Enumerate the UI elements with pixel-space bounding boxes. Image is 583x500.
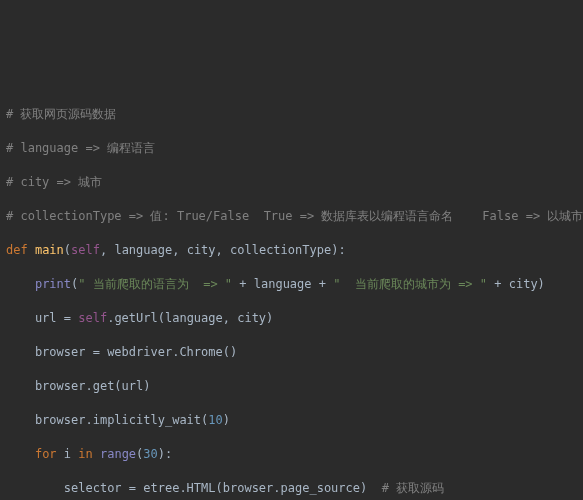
param: collectionType — [230, 243, 331, 257]
self: self — [78, 311, 107, 325]
comment: # collectionType => 值: True/False True =… — [6, 209, 583, 223]
code-block: # 获取网页源码数据 # language => 编程语言 # city => … — [0, 85, 583, 500]
builtin-print: print — [35, 277, 71, 291]
comment: # city => 城市 — [6, 175, 102, 189]
builtin-range: range — [100, 447, 136, 461]
code-text: browser = webdriver.Chrome() — [6, 345, 237, 359]
code-line: # 获取网页源码数据 — [6, 106, 577, 123]
code-text: url = — [6, 311, 78, 325]
code-line: # collectionType => 值: True/False True =… — [6, 208, 577, 225]
code-line: url = self.getUrl(language, city) — [6, 310, 577, 327]
comma: , — [100, 243, 114, 257]
indent — [6, 447, 35, 461]
comment: # language => 编程语言 — [6, 141, 155, 155]
comment: # 获取网页源码数据 — [6, 107, 116, 121]
comma: , — [172, 243, 186, 257]
comma: , — [216, 243, 230, 257]
paren: ( — [64, 243, 71, 257]
code-text: selector = etree.HTML(browser.page_sourc… — [6, 481, 382, 495]
keyword-in: in — [71, 447, 100, 461]
code-line: # language => 编程语言 — [6, 140, 577, 157]
code-text: .getUrl(language, city) — [107, 311, 273, 325]
code-line: for i in range(30): — [6, 446, 577, 463]
string: " 当前爬取的城市为 => " — [333, 277, 487, 291]
code-line: # city => 城市 — [6, 174, 577, 191]
number: 10 — [208, 413, 222, 427]
keyword-for: for — [35, 447, 64, 461]
keyword-def: def — [6, 243, 35, 257]
code-text: browser.implicitly_wait( — [6, 413, 208, 427]
func-name: main — [35, 243, 64, 257]
param: language — [114, 243, 172, 257]
code-text: browser.get(url) — [6, 379, 151, 393]
code-text: ): — [158, 447, 172, 461]
plus: + — [312, 277, 334, 291]
comment: # 获取源码 — [382, 481, 444, 495]
param: city — [187, 243, 216, 257]
var-i: i — [64, 447, 71, 461]
plus: + — [232, 277, 254, 291]
var: language — [254, 277, 312, 291]
code-line: browser = webdriver.Chrome() — [6, 344, 577, 361]
code-line: browser.get(url) — [6, 378, 577, 395]
code-line: def main(self, language, city, collectio… — [6, 242, 577, 259]
paren: ): — [331, 243, 345, 257]
code-line: selector = etree.HTML(browser.page_sourc… — [6, 480, 577, 497]
code-line: print(" 当前爬取的语言为 => " + language + " 当前爬… — [6, 276, 577, 293]
code-line: browser.implicitly_wait(10) — [6, 412, 577, 429]
param-self: self — [71, 243, 100, 257]
number: 30 — [143, 447, 157, 461]
code-text: ) — [223, 413, 230, 427]
string: " 当前爬取的语言为 => " — [78, 277, 232, 291]
tail: + city) — [487, 277, 545, 291]
indent — [6, 277, 35, 291]
